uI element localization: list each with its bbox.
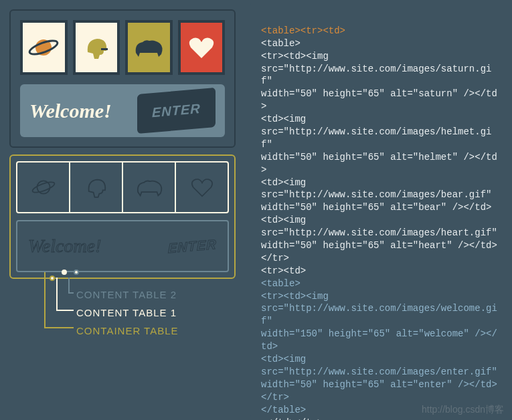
- label-container-table: CONTAINER TABLE: [76, 322, 236, 340]
- image-row: [20, 20, 225, 75]
- code-line: </tr>: [261, 253, 289, 264]
- bear-icon: [131, 34, 167, 61]
- svg-point-4: [31, 180, 55, 195]
- rendered-email-mockup: Welcome! ENTER: [9, 9, 236, 148]
- code-line: </table>: [261, 405, 306, 415]
- code-line: <table>: [261, 38, 301, 49]
- svg-rect-2: [101, 48, 108, 50]
- helmet-icon: [83, 174, 110, 201]
- code-line: <table><tr><td>: [261, 25, 345, 36]
- code-line: src="http://www.site.com/images/welcome.…: [261, 303, 497, 326]
- helmet-icon: [81, 32, 112, 63]
- saturn-icon: [28, 32, 59, 63]
- code-line: <td><img: [261, 215, 306, 225]
- code-line: <td><img: [261, 177, 306, 188]
- code-line: </tr>: [261, 392, 289, 403]
- wire-bear-cell: [123, 163, 176, 212]
- code-line: width="150" height="65" alt="welcome" />…: [261, 328, 497, 352]
- code-line: src="http://www.site.com/images/helmet.g…: [261, 126, 491, 150]
- left-diagram-panel: Welcome! ENTER: [3, 3, 242, 417]
- code-line: <tr><td>: [261, 266, 306, 276]
- welcome-row: Welcome! ENTER: [20, 84, 225, 137]
- code-line: <tr><td><img: [261, 51, 329, 62]
- wire-helmet-cell: [70, 163, 123, 212]
- diagram-labels: CONTENT TABLE 2 CONTENT TABLE 1 CONTAINE…: [9, 286, 236, 340]
- bear-icon: [133, 175, 165, 199]
- code-line: <td><img: [261, 114, 306, 124]
- helmet-cell: [73, 20, 120, 75]
- saturn-cell: [20, 20, 68, 75]
- code-line: width="50" height="65" alt="heart" /></t…: [261, 240, 497, 251]
- code-line: <td><img: [261, 354, 306, 364]
- code-line: width="50" height="65" alt="helmet" /></…: [261, 152, 497, 175]
- wire-welcome-text: Welcome!: [28, 235, 101, 257]
- bear-cell: [125, 20, 173, 75]
- heart-cell: [178, 20, 226, 75]
- wireframe-content-table-2: Welcome! ENTER: [16, 220, 229, 272]
- welcome-text: Welcome!: [29, 100, 112, 122]
- connector-dot: [74, 270, 79, 275]
- code-panel: <table><tr><td> <table> <tr><td><img src…: [250, 3, 509, 417]
- heart-icon: [188, 35, 215, 60]
- code-line: src="http://www.site.com/images/enter.gi…: [261, 366, 497, 377]
- code-line: <tr><td><img: [261, 291, 329, 302]
- connector-line: [44, 272, 74, 328]
- code-line: width="50" height="65" alt="saturn" /></…: [261, 88, 497, 112]
- wire-enter-text: ENTER: [168, 236, 217, 255]
- code-line: </td></tr>: [261, 417, 323, 421]
- label-content-table-1: CONTENT TABLE 1: [76, 304, 236, 322]
- code-line: src="http://www.site.com/images/heart.gi…: [261, 227, 497, 238]
- enter-button[interactable]: ENTER: [137, 88, 216, 134]
- wireframe-content-table-1: [16, 161, 229, 213]
- label-content-table-2: CONTENT TABLE 2: [76, 286, 236, 304]
- code-line: width="50" height="65" alt="enter" /></t…: [261, 379, 497, 390]
- code-line: src="http://www.site.com/images/saturn.g…: [261, 64, 491, 87]
- heart-icon: [191, 177, 214, 197]
- code-line: src="http://www.site.com/images/bear.gif…: [261, 189, 491, 200]
- watermark: http://blog.csdn博客: [422, 404, 504, 416]
- wireframe-container-table: Welcome! ENTER: [9, 154, 236, 279]
- wire-heart-cell: [176, 163, 228, 212]
- saturn-icon: [30, 174, 57, 201]
- html-code-block: <table><tr><td> <table> <tr><td><img src…: [261, 12, 499, 420]
- code-line: width="50" height="65" alt="bear" /></td…: [261, 202, 491, 213]
- wire-saturn-cell: [17, 163, 70, 212]
- code-line: <table>: [261, 278, 301, 289]
